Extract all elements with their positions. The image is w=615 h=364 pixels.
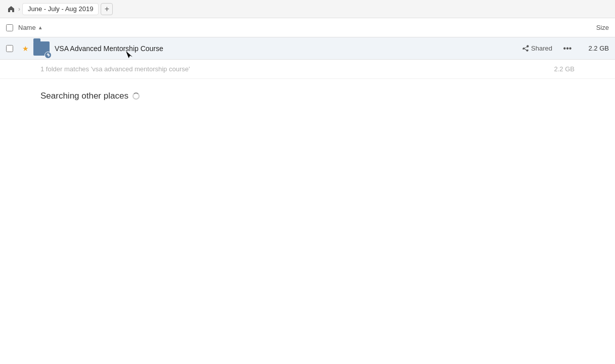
file-checkbox[interactable]	[6, 45, 18, 52]
select-all-checkbox[interactable]	[6, 24, 18, 31]
match-text: 1 folder matches 'vsa advanced mentorshi…	[40, 65, 554, 73]
size-header-label: Size	[596, 24, 609, 31]
breadcrumb-tab[interactable]: June - July - Aug 2019	[22, 3, 99, 15]
size-column-header[interactable]: Size	[568, 24, 609, 31]
star-icon[interactable]: ★	[20, 44, 30, 53]
link-badge-icon	[45, 52, 52, 59]
file-size: 2.2 GB	[579, 44, 609, 52]
column-header-row: Name ▲ Size	[0, 18, 615, 37]
shared-badge: Shared	[522, 44, 552, 52]
file-row[interactable]: ★ VSA Advanced Mentorship Course Shared …	[0, 37, 615, 60]
home-button[interactable]	[6, 4, 16, 14]
breadcrumb-bar: › June - July - Aug 2019 +	[0, 0, 615, 18]
breadcrumb-chevron: ›	[18, 6, 20, 13]
more-options-button[interactable]: •••	[560, 41, 575, 56]
name-column-header[interactable]: Name ▲	[18, 24, 568, 31]
folder-icon-wrapper	[32, 39, 51, 58]
match-info-row: 1 folder matches 'vsa advanced mentorshi…	[0, 60, 615, 79]
add-tab-button[interactable]: +	[101, 3, 113, 15]
breadcrumb-tab-label: June - July - Aug 2019	[28, 5, 93, 13]
file-name[interactable]: VSA Advanced Mentorship Course	[55, 44, 522, 53]
searching-section: Searching other places	[0, 79, 615, 113]
name-header-label: Name	[18, 24, 36, 31]
match-size: 2.2 GB	[554, 65, 575, 73]
searching-label: Searching other places	[40, 91, 128, 101]
sort-icon: ▲	[38, 25, 43, 30]
loading-spinner	[133, 93, 140, 100]
shared-label: Shared	[531, 44, 552, 52]
